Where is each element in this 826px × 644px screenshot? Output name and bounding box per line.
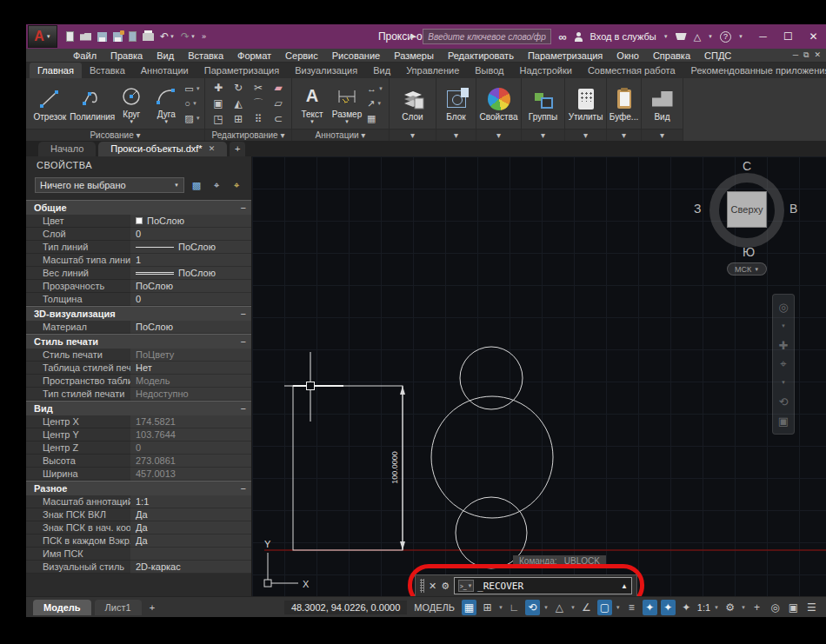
menu-draw[interactable]: Рисование <box>325 49 387 63</box>
chevron-down-icon[interactable]: ▼ <box>498 605 503 610</box>
scale-icon[interactable]: ⊞ <box>234 113 243 125</box>
selection-dropdown[interactable]: Ничего не выбрано ▼ <box>35 177 184 193</box>
collapse-icon[interactable]: − <box>241 309 246 319</box>
doc-restore-button[interactable]: ⧉ <box>803 50 809 60</box>
minimize-button[interactable]: ─ <box>750 24 776 49</box>
save-button[interactable] <box>97 32 107 42</box>
trim-icon[interactable]: ✂ <box>254 82 263 94</box>
copy-icon[interactable]: ▣ <box>213 97 223 110</box>
history-up-icon[interactable]: ▲ <box>621 582 628 590</box>
collapse-icon[interactable]: − <box>241 202 246 213</box>
leader-button[interactable]: ↗▼ <box>367 96 383 110</box>
menu-modify[interactable]: Редактировать <box>441 49 521 63</box>
help-search-input[interactable]: Введите ключевое слово/фразу <box>423 29 551 44</box>
viewcube-west[interactable]: З <box>694 202 701 216</box>
utilities-button[interactable]: Утилиты <box>568 86 603 122</box>
prop-row[interactable]: ПСК в каждом Вэкр...Да <box>26 534 251 548</box>
chevron-down-icon[interactable]: ▼ <box>543 605 549 610</box>
model-tab[interactable]: Модель <box>33 600 91 615</box>
grid-toggle-icon[interactable]: ▦ <box>462 600 476 615</box>
prop-row[interactable]: Пространство табли...Модель <box>26 375 251 388</box>
drag-handle[interactable] <box>420 579 424 593</box>
osnap-tracking-icon[interactable]: ∠ <box>579 600 594 615</box>
section-header-misc[interactable]: Разное− <box>26 481 251 495</box>
tab-annotate[interactable]: Аннотации <box>133 63 197 78</box>
redo-button[interactable]: ↷▼ <box>181 31 196 42</box>
prop-row[interactable]: Центр X174.5821 <box>26 415 251 428</box>
clipboard-button[interactable]: Буфе... <box>610 86 638 122</box>
tab-insert[interactable]: Вставка <box>82 63 133 78</box>
new-file-button[interactable] <box>66 31 74 42</box>
move-icon[interactable]: ✚ <box>214 82 223 94</box>
prop-row[interactable]: МатериалПоСлою <box>26 321 251 334</box>
arc-button[interactable]: Дуга ▼ <box>150 83 182 124</box>
prop-row[interactable]: ПрозрачностьПоСлою <box>26 280 251 293</box>
expand-arrow-icon[interactable]: ▶ <box>410 31 416 42</box>
chevron-down-icon[interactable]: ▼ <box>781 377 786 388</box>
prop-row[interactable]: ЦветПоСлою <box>26 215 251 228</box>
section-header-3d[interactable]: 3D-визуализация− <box>26 306 251 321</box>
view-button[interactable]: Вид <box>644 86 680 122</box>
a360-icon[interactable]: △ <box>694 31 701 43</box>
command-line-bar[interactable]: ✕ ⚙ >_▼ _RECOVER ▲ <box>415 574 637 596</box>
stretch-icon[interactable]: ◳ <box>213 113 223 125</box>
zoom-icon[interactable]: ⌖ <box>780 358 786 369</box>
section-header-plot-style[interactable]: Стиль печати− <box>26 334 251 349</box>
tab-parametric[interactable]: Параметризация <box>197 63 287 78</box>
close-button[interactable]: ✕ <box>801 24 826 49</box>
menu-edit[interactable]: Правка <box>103 49 150 63</box>
prop-row[interactable]: Масштаб типа линий1 <box>26 254 251 267</box>
viewcube-top-face[interactable]: Сверху <box>727 191 767 228</box>
menu-spds[interactable]: СПДС <box>697 49 738 63</box>
qat-customize-button[interactable]: » <box>202 31 206 42</box>
search-binoculars-icon[interactable]: ∞ <box>558 30 566 43</box>
prop-row[interactable]: Толщина0 <box>26 293 251 306</box>
layers-button[interactable]: Слои <box>393 86 433 122</box>
panel-title-groups[interactable]: ▾ <box>522 129 564 141</box>
new-drawing-tab-button[interactable]: + <box>230 142 245 156</box>
isodraft-icon[interactable]: △ <box>552 600 567 615</box>
tab-visualize[interactable]: Визуализация <box>287 63 365 78</box>
chevron-down-icon[interactable]: ▼ <box>738 34 743 39</box>
prop-row[interactable]: Масштаб аннотаций1:1 <box>26 495 251 508</box>
prop-row[interactable]: Центр Z0 <box>26 442 251 455</box>
wcs-button[interactable]: МСК▼ <box>727 262 767 276</box>
annotation-visibility-icon[interactable]: ✦ <box>643 600 657 615</box>
menu-tools[interactable]: Сервис <box>278 49 325 63</box>
chevron-down-icon[interactable]: ▼ <box>781 321 786 332</box>
prop-row[interactable]: Знак ПСК в нач. коо...Да <box>26 521 251 534</box>
tab-home[interactable]: Главная <box>30 63 82 78</box>
close-icon[interactable]: ✕ <box>209 142 216 156</box>
save-as-button[interactable] <box>113 32 123 42</box>
object-snap-icon[interactable]: ▢ <box>597 600 612 615</box>
fillet-icon[interactable]: ⌒ <box>253 96 263 111</box>
status-menu-icon[interactable]: ☰ <box>804 600 819 615</box>
app-menu-button[interactable]: A ▼ <box>28 25 57 48</box>
snap-toggle-icon[interactable]: ⊞ <box>480 600 495 615</box>
prop-row[interactable]: Тип стилей печатиНедоступно <box>26 388 251 401</box>
collapse-icon[interactable]: − <box>241 483 246 494</box>
annotation-scale-icon[interactable]: ✦ <box>679 600 694 615</box>
ellipse-button[interactable]: ○▼ <box>184 96 200 110</box>
prop-row[interactable]: Центр Y103.7644 <box>26 428 251 442</box>
rectangle-button[interactable]: ▭▼ <box>184 82 200 96</box>
chevron-down-icon[interactable]: ▼ <box>570 605 576 610</box>
tab-collaborate[interactable]: Совместная работа <box>580 63 683 78</box>
navigation-wheel-icon[interactable]: ◎ <box>778 302 788 313</box>
store-cart-icon[interactable] <box>676 33 687 40</box>
tab-view[interactable]: Вид <box>365 63 398 78</box>
prop-row[interactable]: Стиль печатиПоЦвету <box>26 349 251 362</box>
quick-select-button[interactable]: ▩ <box>189 177 204 193</box>
menu-parametric[interactable]: Параметризация <box>521 49 610 63</box>
explode-icon[interactable]: ▱ <box>274 97 282 110</box>
panel-title-block[interactable]: ▾ <box>436 129 476 141</box>
new-layout-button[interactable]: + <box>145 602 159 613</box>
panel-title-annotation[interactable]: Аннотации ▾ <box>292 129 389 141</box>
dimension-button[interactable]: Размер ▼ <box>330 83 364 124</box>
help-icon[interactable]: ? <box>720 31 731 43</box>
panel-title-properties[interactable]: ▾ <box>476 129 521 141</box>
chevron-down-icon[interactable]: ▼ <box>714 605 719 610</box>
menu-format[interactable]: Формат <box>230 49 278 63</box>
menu-file[interactable]: Файл <box>66 49 103 63</box>
select-objects-button[interactable]: ⌖ <box>209 177 224 193</box>
